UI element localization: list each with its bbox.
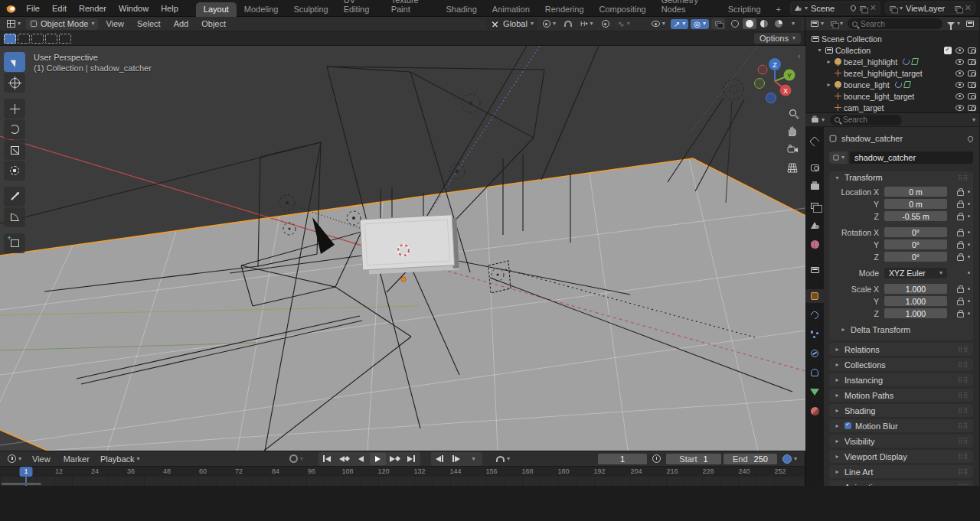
animate-dot-icon[interactable] (968, 288, 970, 290)
properties-tab-scene[interactable] (805, 218, 824, 232)
show-gizmos-button[interactable]: ↗▾ (671, 19, 688, 29)
snap-toggle-button[interactable] (561, 20, 575, 28)
properties-tab-material[interactable] (805, 404, 824, 418)
properties-tab-render[interactable] (805, 161, 824, 174)
workspace-tab-compositing[interactable]: Compositing (592, 2, 654, 17)
properties-tab-view-layer[interactable] (805, 199, 824, 213)
animate-dot-icon[interactable] (968, 215, 970, 217)
panel-viewport-display[interactable]: ▸Viewport Display⣿⣿ (829, 450, 973, 463)
properties-tab-particles[interactable] (805, 327, 824, 341)
outliner-item-bounce-light-target[interactable]: bounce_light_target (805, 90, 979, 102)
animate-dot-icon[interactable] (968, 256, 970, 258)
panel-motion-blur[interactable]: ▸Motion Blur⣿⣿ (829, 419, 973, 432)
menu-edit[interactable]: Edit (47, 2, 72, 15)
disable-render-icon[interactable] (968, 47, 976, 54)
shading-wireframe-button[interactable] (728, 18, 742, 29)
animate-dot-icon[interactable] (968, 190, 970, 193)
properties-tab-output[interactable] (805, 180, 824, 194)
select-mode-new-button[interactable] (4, 34, 16, 44)
outliner-item-bounce-light[interactable]: ▸ bounce_light (805, 79, 979, 90)
viewport-menu-view[interactable]: View (100, 18, 129, 30)
region-toggle-icon[interactable]: ‹ (798, 52, 800, 60)
scene-selector[interactable]: ▾ Scene ✕ (790, 2, 880, 15)
workspace-tab-rendering[interactable]: Rendering (537, 2, 592, 17)
scale-x-field[interactable]: 1.000 (884, 284, 947, 294)
current-frame-field[interactable]: 1 (598, 454, 647, 464)
pan-view-button[interactable] (782, 122, 802, 139)
panel-collections[interactable]: ▸Collections⣿⣿ (829, 358, 973, 371)
properties-editor-type-button[interactable]: ▾ (809, 116, 826, 124)
lock-icon[interactable] (957, 312, 964, 317)
lock-icon[interactable] (957, 256, 964, 261)
viewport-menu-add[interactable]: Add (168, 18, 194, 30)
workspace-tab-scripting[interactable]: Scripting (720, 2, 769, 17)
properties-tab-physics[interactable] (805, 347, 824, 360)
outliner-item-bezel-highlight-target[interactable]: bezel_highlight_target (805, 67, 979, 79)
lock-icon[interactable] (957, 288, 964, 293)
outliner-item-scene-collection[interactable]: Scene Collection (805, 33, 979, 44)
tool-transform[interactable] (4, 161, 25, 181)
new-collection-button[interactable] (965, 20, 975, 28)
blender-logo-icon[interactable] (5, 3, 16, 14)
panel-motion-paths[interactable]: ▸Motion Paths⣿⣿ (829, 389, 973, 402)
properties-tab-object[interactable] (805, 289, 824, 303)
lock-icon[interactable] (957, 231, 964, 236)
lock-icon[interactable] (957, 203, 964, 208)
next-keyframe-button[interactable] (387, 453, 403, 465)
scale-z-field[interactable]: 1.000 (884, 308, 947, 318)
proportional-edit-button[interactable] (599, 19, 612, 28)
pin-id-icon[interactable] (967, 135, 975, 142)
disable-render-icon[interactable] (968, 70, 976, 77)
options-dropdown[interactable]: Options ▾ (754, 33, 801, 44)
workspace-tab-modeling[interactable]: Modeling (237, 2, 286, 17)
outliner-item-bezel-highlight[interactable]: ▸ bezel_highlight (805, 56, 979, 67)
hide-viewport-icon[interactable] (956, 105, 964, 111)
outliner-display-mode-button[interactable]: ▾ (828, 20, 844, 28)
pin-icon[interactable] (849, 5, 857, 12)
proportional-falloff-button[interactable]: ∿▾ (615, 18, 633, 30)
hide-viewport-icon[interactable] (956, 70, 964, 77)
start-frame-field[interactable]: Start 1 (666, 454, 721, 464)
properties-options-icon[interactable]: ▾ (972, 117, 975, 123)
object-name-input[interactable]: shadow_catcher (850, 151, 973, 164)
shading-material-button[interactable] (757, 18, 771, 29)
frame-forward-button[interactable] (449, 453, 465, 465)
lock-icon[interactable] (957, 190, 964, 196)
motion-blur-checkbox[interactable] (844, 422, 851, 429)
viewport-menu-object[interactable]: Object (196, 18, 231, 30)
animate-dot-icon[interactable] (968, 272, 970, 274)
timeline-editor-type-button[interactable]: ▾ (5, 454, 24, 464)
shading-solid-button[interactable] (743, 18, 756, 29)
play-reverse-button[interactable] (353, 453, 369, 465)
previous-keyframe-button[interactable] (336, 453, 352, 465)
properties-search[interactable] (830, 115, 902, 125)
shading-rendered-button[interactable] (772, 18, 786, 29)
timeline-menu-marker[interactable]: Marker (58, 453, 95, 465)
disable-render-icon[interactable] (968, 59, 976, 65)
workspace-tab-texture-paint[interactable]: Texture Paint (384, 0, 439, 17)
use-preview-range-button[interactable] (649, 454, 664, 464)
unlink-scene-icon[interactable]: ✕ (870, 3, 877, 13)
select-mode-intersect-button[interactable] (59, 34, 71, 44)
tool-measure[interactable] (4, 207, 25, 227)
select-mode-extend-button[interactable] (18, 34, 30, 44)
remove-view-layer-icon[interactable]: ✕ (965, 3, 972, 13)
timeline-scrollbar[interactable] (2, 483, 41, 485)
tool-cursor[interactable] (4, 73, 25, 93)
transform-orientation-dropdown[interactable]: Global ▾ (486, 18, 537, 30)
hide-viewport-icon[interactable] (956, 82, 964, 88)
rotation-mode-dropdown[interactable]: XYZ Euler▾ (884, 268, 947, 278)
outliner-item-collection[interactable]: ▾ Collection (805, 44, 979, 56)
viewport-menu-select[interactable]: Select (132, 18, 166, 30)
pivot-point-button[interactable]: ▾ (540, 19, 559, 28)
jump-to-end-button[interactable] (403, 453, 420, 465)
panel-instancing[interactable]: ▸Instancing⣿⣿ (829, 373, 973, 386)
frame-back-button[interactable] (432, 453, 448, 465)
jump-to-start-button[interactable] (319, 453, 335, 465)
select-mode-invert-button[interactable] (45, 34, 57, 44)
show-object-types-button[interactable]: ▾ (648, 20, 668, 28)
tool-add-cube[interactable] (4, 233, 25, 253)
collapse-icon[interactable]: ▾ (816, 47, 823, 54)
tool-move[interactable] (4, 99, 25, 119)
rotation-y-field[interactable]: 0° (884, 239, 947, 249)
